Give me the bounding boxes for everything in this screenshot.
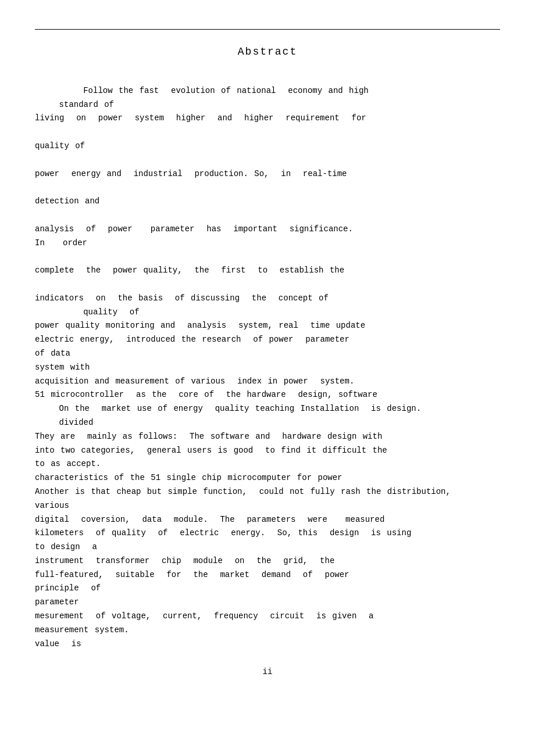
- abstract-body: Follow the fast evolution of national ec…: [35, 70, 500, 665]
- abstract-title: Abstract: [35, 46, 500, 58]
- top-divider: [35, 29, 500, 30]
- page-number: ii: [35, 667, 500, 676]
- page-container: Abstract Follow the fast evolution of na…: [35, 29, 500, 676]
- abstract-text: Follow the fast evolution of national ec…: [35, 86, 451, 648]
